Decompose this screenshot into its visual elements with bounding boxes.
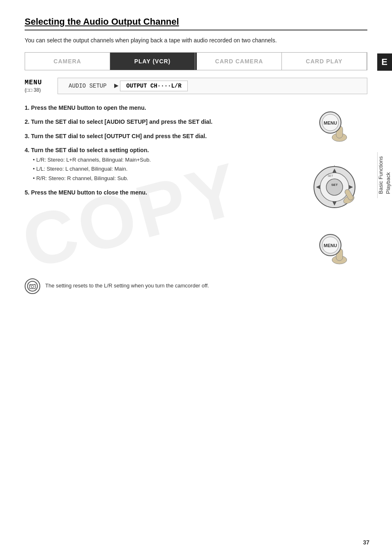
note-camera-icon (27, 280, 38, 292)
menu-button-illus-2: MENU (308, 226, 361, 271)
menu-path-arrow-icon: ► (114, 82, 118, 90)
content-area: Selecting the Audio Output Channel You c… (25, 16, 367, 294)
page-title: Selecting the Audio Output Channel (25, 16, 367, 30)
note-icon (25, 278, 40, 294)
step-3-text: 3. Turn the SET dial to select [OUTPUT C… (25, 132, 292, 141)
menu-button-illus-1: MENU (308, 103, 361, 148)
tab-play-vcr[interactable]: PLAY (VCR) (110, 53, 195, 70)
step-3-label: Turn the SET dial to select [OUTPUT CH] … (31, 133, 207, 139)
steps-left: 1. Press the MENU button to open the men… (25, 103, 292, 271)
svg-point-7 (326, 179, 343, 195)
intro-text: You can select the output channels when … (25, 36, 367, 45)
step-4-label: Turn the SET dial to select a setting op… (31, 147, 149, 153)
step-2: 2. Turn the SET dial to select [AUDIO SE… (25, 117, 292, 126)
menu-path-selected: OUTPUT CH····L/R (120, 81, 187, 91)
step-2-number: 2. (25, 118, 30, 125)
menu-button-svg-1: MENU (310, 105, 359, 146)
note-box: The setting resets to the L/R setting wh… (25, 278, 367, 294)
step-4-bullet-1: • L/R: Stereo: L+R channels, Bilingual: … (33, 156, 292, 164)
step-4-number: 4. (25, 147, 30, 153)
svg-point-25 (30, 285, 31, 286)
mode-tabs: CAMERA PLAY (VCR) CARD CAMERA CARD PLAY (25, 52, 367, 70)
set-dial-illus: SET ▲ S (308, 158, 361, 216)
page-container: Selecting the Audio Output Channel You c… (0, 0, 392, 558)
step-5: 5. Press the MENU button to close the me… (25, 188, 292, 197)
svg-point-22 (28, 281, 37, 291)
step-4-bullet-3: • R/R: Stereo: R channel, Bilingual: Sub… (33, 174, 292, 183)
page-number: 37 (363, 539, 369, 546)
svg-text:SET: SET (327, 174, 333, 177)
step-3: 3. Turn the SET dial to select [OUTPUT C… (25, 132, 292, 141)
menu-label-box: MENU (□□ 38) (25, 79, 58, 93)
step-1-label: Press the MENU button to open the menu. (31, 104, 146, 111)
step-2-text: 2. Turn the SET dial to select [AUDIO SE… (25, 117, 292, 126)
svg-text:SET: SET (331, 183, 338, 187)
step-1: 1. Press the MENU button to open the men… (25, 103, 292, 112)
menu-page-ref: (□□ 38) (25, 87, 58, 93)
svg-point-24 (31, 285, 34, 288)
steps-right: MENU SET (302, 103, 367, 271)
svg-text:MENU: MENU (324, 243, 337, 248)
menu-label: MENU (25, 79, 58, 86)
svg-text:MENU: MENU (324, 120, 337, 125)
step-4: 4. Turn the SET dial to select a setting… (25, 146, 292, 183)
svg-text:▲: ▲ (333, 164, 336, 167)
steps-container: 1. Press the MENU button to open the men… (25, 103, 367, 271)
menu-button-svg-2: MENU (310, 228, 359, 269)
tab-card-camera[interactable]: CARD CAMERA (197, 53, 282, 70)
note-text: The setting resets to the L/R setting wh… (45, 278, 209, 290)
set-dial-svg: SET ▲ S (308, 160, 361, 214)
menu-path: AUDIO SETUP ► OUTPUT CH····L/R (58, 78, 367, 94)
step-2-label: Turn the SET dial to select [AUDIO SETUP… (31, 118, 213, 125)
menu-row: MENU (□□ 38) AUDIO SETUP ► OUTPUT CH····… (25, 78, 367, 94)
step-5-text: 5. Press the MENU button to close the me… (25, 188, 292, 197)
menu-path-item: AUDIO SETUP (63, 81, 112, 91)
step-5-label: Press the MENU button to close the menu. (31, 189, 147, 196)
step-4-text: 4. Turn the SET dial to select a setting… (25, 146, 292, 155)
step-5-number: 5. (25, 189, 30, 196)
tab-card-play[interactable]: CARD PLAY (282, 53, 367, 70)
step-1-text: 1. Press the MENU button to open the men… (25, 103, 292, 112)
step-3-number: 3. (25, 133, 30, 139)
step-1-number: 1. (25, 104, 30, 111)
step-4-bullet-2: • L/L: Stereo: L channel, Bilingual: Mai… (33, 165, 292, 174)
tab-camera[interactable]: CAMERA (25, 53, 110, 70)
